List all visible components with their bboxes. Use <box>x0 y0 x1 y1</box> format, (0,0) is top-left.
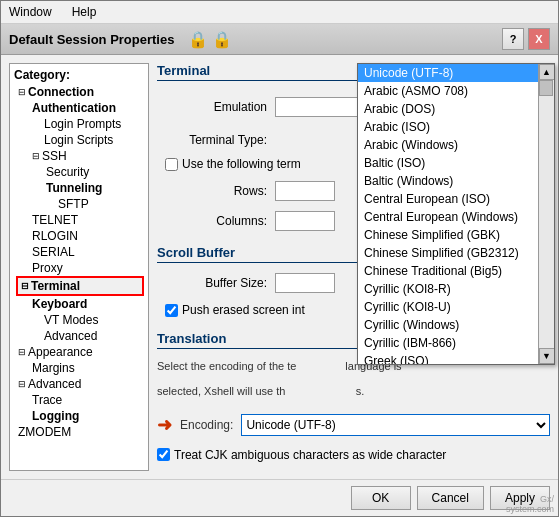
dropdown-item-cyrillic-koi8u[interactable]: Cyrillic (KOI8-U) <box>358 298 538 316</box>
dropdown-item-greek-iso[interactable]: Greek (ISO) <box>358 352 538 364</box>
dropdown-item-cyrillic-koi8r[interactable]: Cyrillic (KOI8-R) <box>358 280 538 298</box>
tree-serial[interactable]: SERIAL <box>30 244 144 260</box>
tree-keyboard[interactable]: Keyboard <box>30 296 144 312</box>
tree-advanced[interactable]: Advanced <box>42 328 144 344</box>
tree-proxy[interactable]: Proxy <box>30 260 144 276</box>
tree-security[interactable]: Security <box>44 164 144 180</box>
tree-connection[interactable]: ⊟Connection <box>16 84 144 100</box>
dropdown-item-chinese-gbk[interactable]: Chinese Simplified (GBK) <box>358 226 538 244</box>
encoding-label: Encoding: <box>180 418 233 432</box>
terminal-type-checkbox[interactable] <box>165 158 178 171</box>
tree-trace[interactable]: Trace <box>30 392 144 408</box>
encoding-dropdown: Unicode (UTF-8) Arabic (ASMO 708) Arabic… <box>357 63 555 365</box>
scrollbar-thumb[interactable] <box>539 80 553 96</box>
rows-input[interactable] <box>275 181 335 201</box>
rows-label: Rows: <box>157 184 267 198</box>
tree-sftp[interactable]: SFTP <box>56 196 144 212</box>
watermark: Gx/system.com <box>506 494 554 514</box>
tree-appearance[interactable]: ⊟Appearance <box>16 344 144 360</box>
scrollbar-track <box>539 80 555 348</box>
tree-tunneling[interactable]: Tunneling <box>44 180 144 196</box>
help-button[interactable]: ? <box>502 28 524 50</box>
cjk-label: Treat CJK ambiguous characters as wide c… <box>174 448 446 462</box>
tree-advanced2[interactable]: ⊟Advanced <box>16 376 144 392</box>
dropdown-item-arabic-win[interactable]: Arabic (Windows) <box>358 136 538 154</box>
dropdown-item-chinese-gb2312[interactable]: Chinese Simplified (GB2312) <box>358 244 538 262</box>
dropdown-item-cyrillic-ibm[interactable]: Cyrillic (IBM-866) <box>358 334 538 352</box>
tree-vt-modes[interactable]: VT Modes <box>42 312 144 328</box>
cjk-checkbox[interactable] <box>157 448 170 461</box>
tree-terminal[interactable]: ⊟Terminal <box>16 276 144 296</box>
tree-margins[interactable]: Margins <box>30 360 144 376</box>
dialog-body: Category: ⊟Connection Authentication Log… <box>1 55 558 479</box>
columns-label: Columns: <box>157 214 267 228</box>
columns-input[interactable] <box>275 211 335 231</box>
ok-button[interactable]: OK <box>351 486 411 510</box>
encoding-arrow: ➜ <box>157 414 172 436</box>
cjk-row: Treat CJK ambiguous characters as wide c… <box>157 448 550 462</box>
menu-bar: Window Help <box>1 1 558 24</box>
dropdown-item-chinese-trad[interactable]: Chinese Traditional (Big5) <box>358 262 538 280</box>
dropdown-item-central-iso[interactable]: Central European (ISO) <box>358 190 538 208</box>
dropdown-item-cyrillic-win[interactable]: Cyrillic (Windows) <box>358 316 538 334</box>
buffer-size-input[interactable] <box>275 273 335 293</box>
title-icons: ? X <box>502 28 550 50</box>
scrollbar-up[interactable]: ▲ <box>539 64 555 80</box>
encoding-select[interactable]: Unicode (UTF-8) <box>241 414 550 436</box>
dropdown-item-arabic-iso[interactable]: Arabic (ISO) <box>358 118 538 136</box>
bottom-buttons-bar: OK Cancel Apply Gx/system.com <box>1 479 558 516</box>
close-button[interactable]: X <box>528 28 550 50</box>
tree-login-prompts[interactable]: Login Prompts <box>42 116 144 132</box>
tree-zmodem[interactable]: ZMODEM <box>16 424 144 440</box>
terminal-type-label: Terminal Type: <box>157 133 267 147</box>
emulation-label: Emulation <box>157 100 267 114</box>
tree-rlogin[interactable]: RLOGIN <box>30 228 144 244</box>
terminal-type-checkbox-label: Use the following term <box>182 157 301 171</box>
push-erased-checkbox[interactable] <box>165 304 178 317</box>
translation-text2: selected, Xshell will use th s. <box>157 384 550 399</box>
cancel-button[interactable]: Cancel <box>417 486 484 510</box>
tree-authentication[interactable]: Authentication <box>30 100 144 116</box>
scrollbar-down[interactable]: ▼ <box>539 348 555 364</box>
dropdown-item-arabic-asmo[interactable]: Arabic (ASMO 708) <box>358 82 538 100</box>
dropdown-item-utf8[interactable]: Unicode (UTF-8) <box>358 64 538 82</box>
main-window: Window Help Default Session Properties 🔒… <box>0 0 559 517</box>
menu-help[interactable]: Help <box>68 3 101 21</box>
category-label: Category: <box>14 68 144 82</box>
menu-window[interactable]: Window <box>5 3 56 21</box>
tree-login-scripts[interactable]: Login Scripts <box>42 132 144 148</box>
right-panel: Terminal Emulation 🖥️ Terminal Type: Use… <box>157 63 550 471</box>
push-erased-label: Push erased screen int <box>182 303 305 317</box>
tree-ssh[interactable]: ⊟SSH <box>30 148 144 164</box>
tree-logging[interactable]: Logging <box>30 408 144 424</box>
dropdown-item-baltic-win[interactable]: Baltic (Windows) <box>358 172 538 190</box>
dropdown-item-arabic-dos[interactable]: Arabic (DOS) <box>358 100 538 118</box>
title-bar: Default Session Properties 🔒 🔒 ? X <box>1 24 558 55</box>
buffer-size-label: Buffer Size: <box>157 276 267 290</box>
category-panel: Category: ⊟Connection Authentication Log… <box>9 63 149 471</box>
dropdown-item-central-win[interactable]: Central European (Windows) <box>358 208 538 226</box>
tree-telnet[interactable]: TELNET <box>30 212 144 228</box>
dialog-title: Default Session Properties <box>9 32 174 47</box>
dropdown-item-baltic-iso[interactable]: Baltic (ISO) <box>358 154 538 172</box>
encoding-row: ➜ Encoding: Unicode (UTF-8) <box>157 414 550 436</box>
